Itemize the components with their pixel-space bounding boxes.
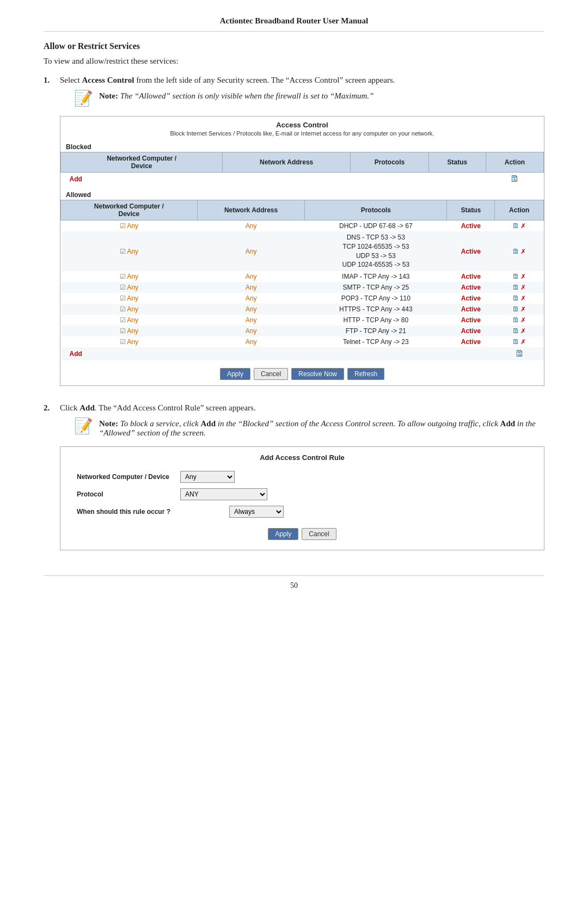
allowed-add-row: Add 🖺 (61, 347, 544, 360)
col-device: Networked Computer /Device (61, 152, 223, 173)
cell-device: ☑ Any (61, 315, 198, 326)
cell-status: Active (447, 220, 495, 232)
cell-protocol: DHCP - UDP 67-68 -> 67 (305, 220, 447, 232)
add-rule-buttons: Apply Cancel (60, 520, 544, 542)
col-protocols: Protocols (350, 152, 428, 173)
cell-protocol: DNS - TCP 53 -> 53TCP 1024-65535 -> 53UD… (305, 231, 447, 271)
allowed-table: Networked Computer /Device Network Addre… (60, 200, 544, 360)
cell-status: Active (447, 282, 495, 293)
add-rule-title: Add Access Control Rule (60, 447, 544, 468)
apply-button[interactable]: Apply (220, 368, 250, 380)
note-icon-1: 📝 (73, 89, 94, 107)
device-row: Networked Computer / Device Any (60, 468, 544, 486)
blocked-label: Blocked (60, 141, 544, 152)
step-2: 2. Click Add. The “Add Access Control Ru… (44, 403, 544, 559)
page-number: 50 (290, 581, 298, 590)
note-2: 📝 Note: To block a service, click Add in… (73, 419, 544, 438)
ac-buttons: Apply Cancel Resolve Now Refresh (60, 360, 544, 385)
cell-protocol: POP3 - TCP Any -> 110 (305, 293, 447, 304)
page-header: Actiontec Broadband Router User Manual (44, 16, 544, 32)
blocked-action-icon: 🖺 (486, 173, 543, 186)
table-row: ☑ Any Any IMAP - TCP Any -> 143 Active 🖺… (61, 271, 544, 282)
add-rule-panel: Add Access Control Rule Networked Comput… (60, 446, 544, 550)
cell-device: ☑ Any (61, 293, 198, 304)
step-2-content: Click Add. The “Add Access Control Rule”… (60, 403, 544, 559)
cell-action: 🖺 ✗ (495, 304, 544, 315)
cell-addr: Any (197, 304, 305, 315)
when-select[interactable]: Always (229, 506, 284, 518)
col-device-allowed: Networked Computer /Device (61, 200, 198, 220)
ac-panel-title: Access Control (60, 116, 544, 130)
cell-addr: Any (197, 231, 305, 271)
cell-action: 🖺 ✗ (495, 282, 544, 293)
blocked-table: Networked Computer /Device Network Addre… (60, 152, 544, 186)
table-row: ☑ Any Any DNS - TCP 53 -> 53TCP 1024-655… (61, 231, 544, 271)
cell-action: 🖺 ✗ (495, 315, 544, 326)
add-rule-apply-button[interactable]: Apply (268, 528, 298, 540)
cell-device: ☑ Any (61, 220, 198, 232)
col-protocols-allowed: Protocols (305, 200, 447, 220)
protocol-select-wrapper: ANY (180, 488, 267, 500)
cell-action: 🖺 ✗ (495, 293, 544, 304)
cell-status: Active (447, 231, 495, 271)
device-label: Networked Computer / Device (77, 473, 175, 481)
protocol-select[interactable]: ANY (180, 488, 267, 500)
cancel-button[interactable]: Cancel (254, 368, 288, 380)
cell-protocol: IMAP - TCP Any -> 143 (305, 271, 447, 282)
cell-status: Active (447, 304, 495, 315)
page-footer: 50 (44, 575, 544, 590)
cell-addr: Any (197, 326, 305, 336)
cell-addr: Any (197, 271, 305, 282)
cell-protocol: FTP - TCP Any -> 21 (305, 326, 447, 336)
cell-device: ☑ Any (61, 271, 198, 282)
blocked-add-row: Add 🖺 (61, 173, 544, 186)
refresh-button[interactable]: Refresh (347, 368, 384, 380)
resolve-now-button[interactable]: Resolve Now (291, 368, 344, 380)
cell-addr: Any (197, 282, 305, 293)
cell-device: ☑ Any (61, 304, 198, 315)
step-1-content: Select Access Control from the left side… (60, 76, 544, 395)
blocked-add-link[interactable]: Add (64, 174, 88, 184)
cell-status: Active (447, 293, 495, 304)
note-icon-2: 📝 (73, 417, 94, 435)
col-status-allowed: Status (447, 200, 495, 220)
cell-status: Active (447, 315, 495, 326)
table-row: ☑ Any Any FTP - TCP Any -> 21 Active 🖺 ✗ (61, 326, 544, 336)
cell-addr: Any (197, 293, 305, 304)
cell-protocol: HTTPS - TCP Any -> 443 (305, 304, 447, 315)
header-title: Actiontec Broadband Router User Manual (220, 16, 369, 25)
step-2-num: 2. (44, 403, 60, 413)
cell-device: ☑ Any (61, 282, 198, 293)
page-wrapper: Actiontec Broadband Router User Manual A… (0, 0, 588, 908)
protocol-label: Protocol (77, 490, 175, 498)
col-action: Action (486, 152, 543, 173)
note-1: 📝 Note: The “Allowed” section is only vi… (73, 91, 544, 107)
cell-device: ☑ Any (61, 326, 198, 336)
cell-status: Active (447, 271, 495, 282)
cell-action: 🖺 ✗ (495, 231, 544, 271)
table-row: ☑ Any Any DHCP - UDP 67-68 -> 67 Active … (61, 220, 544, 232)
when-row: When should this rule occur ? Always (60, 503, 544, 520)
cell-protocol: HTTP - TCP Any -> 80 (305, 315, 447, 326)
allowed-action-icon: 🖺 (495, 347, 544, 360)
section-title: Allow or Restrict Services (44, 41, 544, 51)
cell-status: Active (447, 336, 495, 347)
cell-action: 🖺 ✗ (495, 271, 544, 282)
device-select[interactable]: Any (180, 471, 235, 483)
cell-protocol: Telnet - TCP Any -> 23 (305, 336, 447, 347)
step-2-text: Click Add. The “Add Access Control Rule”… (60, 403, 544, 413)
intro-text: To view and allow/restrict these service… (44, 57, 544, 66)
add-rule-cancel-button[interactable]: Cancel (302, 528, 336, 540)
col-addr: Network Address (223, 152, 351, 173)
allowed-label: Allowed (60, 189, 544, 200)
allowed-add-link[interactable]: Add (64, 349, 88, 359)
note-2-text: Note: To block a service, click Add in t… (99, 419, 544, 438)
table-row: ☑ Any Any SMTP - TCP Any -> 25 Active 🖺 … (61, 282, 544, 293)
cell-action: 🖺 ✗ (495, 326, 544, 336)
col-action-allowed: Action (495, 200, 544, 220)
cell-device: ☑ Any (61, 336, 198, 347)
cell-status: Active (447, 326, 495, 336)
cell-addr: Any (197, 315, 305, 326)
cell-protocol: SMTP - TCP Any -> 25 (305, 282, 447, 293)
ac-panel-subtitle: Block Internet Services / Protocols like… (60, 130, 544, 141)
